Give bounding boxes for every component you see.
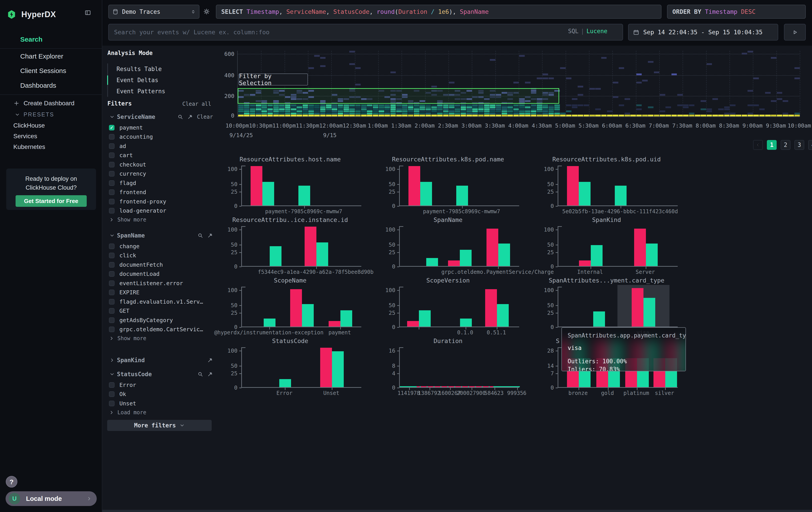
presets-toggle[interactable]: PRESETS [15, 111, 54, 118]
page-button-2[interactable]: 2 [781, 140, 790, 150]
filter-option-documentfetch[interactable]: documentFetch [109, 260, 211, 269]
checkbox[interactable] [109, 162, 115, 167]
sidebar-item-search[interactable]: Search [0, 33, 102, 46]
pin-icon[interactable] [207, 357, 213, 363]
page-button-3[interactable]: 3 [794, 140, 804, 150]
checkbox[interactable] [109, 280, 115, 286]
inlier-bar[interactable] [456, 186, 468, 206]
inlier-bar[interactable] [643, 298, 655, 327]
inlier-bar[interactable] [270, 246, 282, 266]
filter-option-flagd-evaluation-v1-serv-[interactable]: flagd.evaluation.v1.Serv… [109, 297, 211, 306]
inlier-bar[interactable] [460, 250, 472, 266]
analysis-mode-event-deltas[interactable]: Event Deltas [107, 75, 212, 86]
filter-option-accounting[interactable]: accounting [109, 132, 211, 141]
source-select[interactable]: Demo Traces [108, 5, 199, 19]
lucene-mode-label[interactable]: Lucene [586, 28, 607, 34]
load-more-button[interactable]: Load more [109, 409, 146, 416]
pin-icon[interactable] [207, 233, 213, 238]
filter-option-getadsbycategory[interactable]: getAdsByCategory [109, 316, 211, 325]
checkbox[interactable] [109, 171, 115, 177]
filter-option-error[interactable]: Error [109, 380, 211, 389]
checkbox[interactable] [109, 153, 115, 158]
magnifier-icon[interactable] [177, 114, 183, 120]
filter-option-ad[interactable]: ad [109, 141, 211, 151]
filter-option-click[interactable]: click [109, 251, 211, 260]
filter-option-frontend[interactable]: frontend [109, 188, 211, 197]
outlier-bar[interactable] [632, 288, 643, 327]
run-query-button[interactable] [784, 24, 806, 41]
filter-option-load-generator[interactable]: load-generator [109, 206, 211, 215]
outlier-bar[interactable] [448, 261, 460, 266]
outlier-bar[interactable] [320, 348, 332, 387]
sidebar-item-chart-explorer[interactable]: Chart Explorer [0, 50, 102, 63]
filter-option-currency[interactable]: currency [109, 169, 211, 178]
checkbox[interactable] [109, 290, 115, 295]
sidebar-item-client-sessions[interactable]: Client Sessions [0, 64, 102, 78]
checkbox[interactable] [109, 180, 115, 186]
inlier-bar[interactable] [264, 319, 276, 327]
inlier-bar[interactable] [593, 312, 605, 327]
create-dashboard-button[interactable]: Create Dashboard [13, 100, 75, 107]
checkbox[interactable] [109, 143, 115, 149]
filter-option-eventlistener-error[interactable]: eventListener.error [109, 279, 211, 288]
checkbox[interactable] [109, 401, 115, 406]
sidebar-item-dashboards[interactable]: Dashboards [0, 79, 102, 92]
filter-group-spankind[interactable]: SpanKind [106, 356, 213, 365]
search-input[interactable] [108, 24, 623, 41]
checkbox[interactable] [109, 253, 115, 258]
filter-option-ok[interactable]: Ok [109, 390, 211, 399]
inlier-bar[interactable] [419, 310, 431, 327]
checkbox[interactable] [109, 308, 115, 314]
outlier-bar[interactable] [485, 289, 497, 327]
sql-mode-label[interactable]: SQL [568, 28, 579, 34]
sql-editor[interactable]: SELECT Timestamp, ServiceName, StatusCod… [216, 5, 662, 19]
checkbox[interactable] [109, 134, 115, 140]
analysis-mode-results-table[interactable]: Results Table [107, 63, 212, 75]
filter-group-servicename[interactable]: ServiceNameClear [106, 112, 213, 121]
clear-filter-button[interactable]: Clear [197, 114, 213, 120]
outlier-bar[interactable] [329, 321, 340, 327]
filter-option-payment[interactable]: ✓payment [109, 123, 211, 132]
language-toggle[interactable]: SQL|Lucene [568, 28, 607, 34]
checkbox[interactable] [109, 199, 115, 204]
filter-option-cart[interactable]: cart [109, 151, 211, 160]
outlier-bar[interactable] [304, 226, 316, 266]
duration-heatmap[interactable] [237, 51, 799, 117]
filter-group-statuscode[interactable]: StatusCode [106, 370, 213, 379]
filter-option-checkout[interactable]: checkout [109, 160, 211, 169]
show-more-button[interactable]: Show more [109, 334, 146, 342]
gear-icon[interactable] [203, 8, 210, 15]
outlier-bar[interactable] [251, 166, 262, 206]
analysis-mode-event-patterns[interactable]: Event Patterns [107, 86, 212, 97]
sidebar-preset-kubernetes[interactable]: Kubernetes [13, 143, 45, 151]
outlier-bar[interactable] [487, 228, 498, 266]
clear-all-button[interactable]: Clear all [182, 101, 211, 107]
inlier-bar[interactable] [340, 310, 352, 327]
prev-page-button[interactable] [753, 140, 763, 150]
outlier-bar[interactable] [579, 261, 591, 266]
inlier-bar[interactable] [498, 244, 510, 266]
checkbox[interactable] [109, 244, 115, 249]
inlier-bar[interactable] [426, 258, 438, 266]
outlier-bar[interactable] [408, 166, 420, 206]
checkbox[interactable] [109, 392, 115, 397]
outlier-bar[interactable] [290, 289, 302, 327]
outlier-bar[interactable] [407, 321, 419, 327]
inlier-bar[interactable] [579, 182, 590, 206]
checkbox[interactable] [109, 262, 115, 268]
checkbox[interactable] [109, 189, 115, 195]
filter-option-expire[interactable]: EXPIRE [109, 288, 211, 297]
heatmap-selection-box[interactable] [238, 88, 559, 104]
checkbox[interactable] [109, 327, 115, 332]
checkbox[interactable] [109, 318, 115, 323]
inlier-bar[interactable] [298, 186, 310, 206]
magnifier-icon[interactable] [198, 233, 203, 238]
magnifier-icon[interactable] [198, 371, 203, 377]
local-mode-button[interactable]: U Local mode [5, 491, 97, 506]
time-range-picker[interactable]: Sep 14 22:04:35 - Sep 15 10:04:35 [628, 24, 778, 41]
filter-option-change[interactable]: change [109, 242, 211, 251]
inlier-bar[interactable] [460, 319, 472, 327]
get-started-button[interactable]: Get Started for Free [16, 195, 87, 207]
collapse-panel-icon[interactable] [85, 9, 91, 16]
outlier-bar[interactable] [567, 166, 579, 206]
